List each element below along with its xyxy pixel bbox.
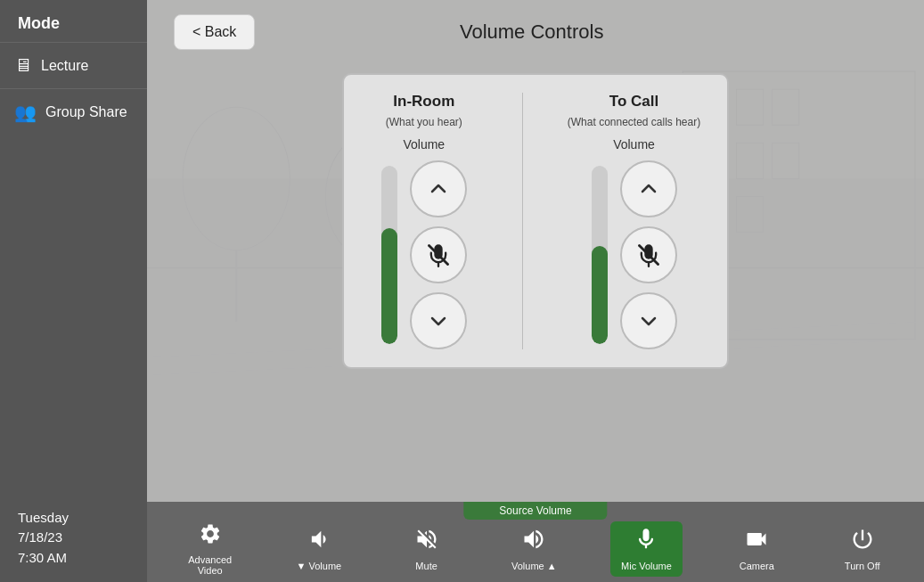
camera-label: Camera (740, 561, 774, 571)
in-room-vol-up-button[interactable] (410, 160, 467, 217)
toolbar-vol-down[interactable]: ▼ Volume (286, 521, 353, 577)
in-room-slider-fill (381, 228, 397, 344)
in-room-mute-button[interactable] (410, 226, 467, 283)
vol-down-icon (307, 527, 331, 557)
toolbar-mic-volume[interactable]: Mic Volume (610, 521, 683, 577)
vol-up-label: Volume ▲ (511, 561, 557, 571)
toolbar-turn-off[interactable]: Turn Off (831, 521, 894, 577)
to-call-slider-fill (592, 246, 608, 344)
camera-icon (744, 527, 769, 557)
sidebar-lecture-label: Lecture (41, 58, 88, 74)
to-call-vol-buttons (620, 160, 677, 349)
column-divider (522, 93, 523, 349)
to-call-mute-button[interactable] (620, 226, 677, 283)
content-area: < Back Volume Controls In-Room (What you… (147, 0, 924, 582)
toolbar-items: AdvancedVideo ▼ Volume (147, 516, 924, 582)
sidebar-date: Tuesday 7/18/23 7:30 AM (0, 494, 147, 583)
in-room-vol-label: Volume (403, 137, 445, 152)
main-wrapper: Mode 🖥 Lecture 👥 Group Share Tuesday 7/1… (0, 0, 924, 582)
mute-label: Mute (415, 561, 437, 571)
gear-icon (199, 522, 222, 551)
in-room-slider-track (381, 166, 397, 344)
mic-icon (634, 527, 658, 557)
to-call-vol-down-button[interactable] (620, 292, 677, 349)
date-time: 7:30 AM (18, 548, 129, 569)
power-icon (850, 527, 875, 557)
in-room-column: In-Room (What you hear) Volume (371, 93, 478, 349)
toolbar: Source Volume AdvancedVideo (147, 502, 924, 582)
to-call-vol-label: Volume (613, 137, 655, 152)
to-call-slider-track (592, 166, 608, 344)
toolbar-advanced-video[interactable]: AdvancedVideo (177, 517, 242, 581)
to-call-title: To Call (609, 93, 658, 111)
page-title: Volume Controls (273, 20, 790, 44)
source-volume-bar: Source Volume (463, 502, 607, 520)
in-room-subtitle: (What you hear) (386, 116, 462, 128)
group-icon: 👥 (14, 102, 37, 123)
sidebar-item-group-share[interactable]: 👥 Group Share (0, 88, 147, 135)
in-room-vol-controls (381, 160, 467, 349)
controls-panel: In-Room (What you hear) Volume (342, 73, 729, 369)
header: < Back Volume Controls (147, 0, 924, 64)
date-day: Tuesday (18, 508, 129, 529)
date-date: 7/18/23 (18, 528, 129, 548)
mic-volume-label: Mic Volume (621, 561, 672, 571)
toolbar-mute[interactable]: Mute (396, 521, 458, 577)
to-call-vol-up-button[interactable] (620, 160, 677, 217)
monitor-icon: 🖥 (14, 55, 32, 76)
in-room-title: In-Room (393, 93, 454, 111)
vol-down-label: ▼ Volume (297, 561, 342, 571)
mute-icon (414, 527, 439, 557)
to-call-vol-controls (592, 160, 677, 349)
sidebar: Mode 🖥 Lecture 👥 Group Share Tuesday 7/1… (0, 0, 147, 582)
back-button[interactable]: < Back (174, 14, 255, 50)
in-room-vol-buttons (410, 160, 467, 349)
controls-panel-wrapper: In-Room (What you hear) Volume (147, 64, 924, 502)
vol-up-icon (521, 527, 546, 557)
turn-off-label: Turn Off (845, 561, 880, 571)
toolbar-camera[interactable]: Camera (725, 521, 788, 577)
sidebar-item-lecture[interactable]: 🖥 Lecture (0, 42, 147, 88)
advanced-video-label: AdvancedVideo (188, 554, 232, 576)
sidebar-group-share-label: Group Share (45, 104, 127, 120)
toolbar-vol-up[interactable]: Volume ▲ (501, 521, 568, 577)
to-call-column: To Call (What connected calls hear) Volu… (568, 93, 700, 349)
mode-label: Mode (0, 0, 147, 42)
to-call-subtitle: (What connected calls hear) (568, 116, 700, 128)
in-room-vol-down-button[interactable] (410, 292, 467, 349)
